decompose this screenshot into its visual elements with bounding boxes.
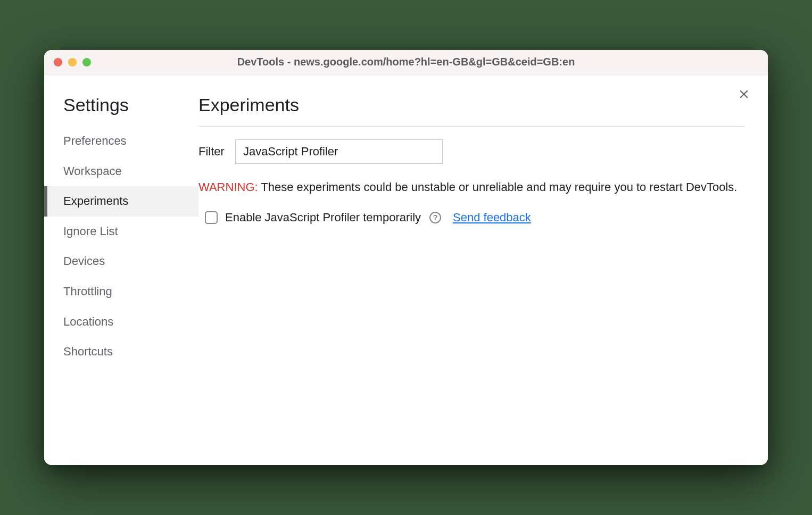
window-minimize-button[interactable] — [68, 58, 77, 67]
sidebar-item-devices[interactable]: Devices — [44, 246, 198, 277]
warning-prefix: WARNING: — [198, 180, 258, 194]
sidebar-title: Settings — [44, 95, 198, 126]
traffic-lights — [54, 58, 91, 67]
sidebar-item-workspace[interactable]: Workspace — [44, 156, 198, 187]
filter-input[interactable] — [235, 139, 443, 164]
warning-text: WARNING: These experiments could be unst… — [198, 179, 744, 196]
close-icon — [737, 87, 751, 101]
filter-row: Filter — [198, 139, 744, 164]
filter-label: Filter — [198, 145, 225, 159]
send-feedback-link[interactable]: Send feedback — [453, 211, 531, 225]
help-icon[interactable]: ? — [429, 212, 441, 223]
sidebar-item-experiments[interactable]: Experiments — [44, 186, 198, 217]
experiment-checkbox[interactable] — [205, 211, 218, 224]
experiment-row: Enable JavaScript Profiler temporarily ?… — [198, 211, 744, 225]
devtools-window: DevTools - news.google.com/home?hl=en-GB… — [44, 50, 768, 465]
settings-sidebar: Settings Preferences Workspace Experimen… — [44, 74, 198, 465]
settings-main: Experiments Filter WARNING: These experi… — [198, 74, 768, 465]
window-zoom-button[interactable] — [82, 58, 91, 67]
sidebar-item-ignore-list[interactable]: Ignore List — [44, 217, 198, 247]
settings-close-button[interactable] — [737, 87, 751, 101]
sidebar-item-locations[interactable]: Locations — [44, 307, 198, 337]
window-title: DevTools - news.google.com/home?hl=en-GB… — [237, 56, 575, 68]
sidebar-item-throttling[interactable]: Throttling — [44, 277, 198, 307]
settings-content: Settings Preferences Workspace Experimen… — [44, 74, 768, 465]
window-titlebar: DevTools - news.google.com/home?hl=en-GB… — [44, 50, 768, 74]
window-close-button[interactable] — [54, 58, 62, 67]
experiment-label: Enable JavaScript Profiler temporarily — [225, 211, 421, 225]
sidebar-item-preferences[interactable]: Preferences — [44, 126, 198, 156]
warning-body: These experiments could be unstable or u… — [258, 180, 738, 194]
sidebar-item-shortcuts[interactable]: Shortcuts — [44, 337, 198, 367]
page-title: Experiments — [198, 95, 744, 127]
